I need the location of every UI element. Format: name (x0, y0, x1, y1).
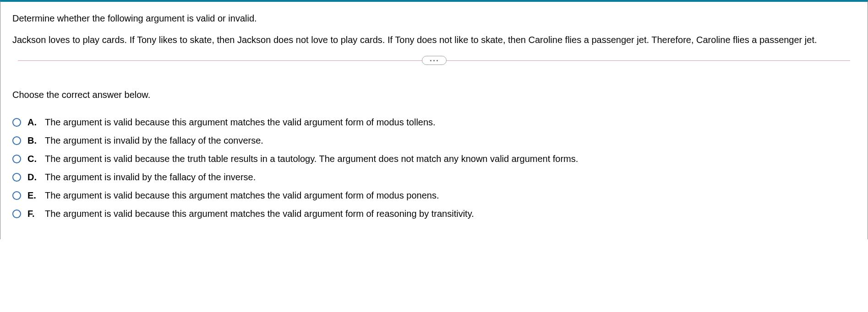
radio-option-f[interactable] (12, 210, 21, 218)
radio-option-a[interactable] (12, 118, 21, 127)
option-row: E. The argument is valid because this ar… (12, 189, 856, 202)
option-letter: C. (27, 152, 38, 165)
options-list: A. The argument is valid because this ar… (12, 116, 856, 220)
option-letter: F. (27, 207, 38, 220)
option-text: The argument is invalid by the fallacy o… (45, 134, 856, 147)
question-prompt: Determine whether the following argument… (12, 12, 856, 25)
option-row: D. The argument is invalid by the fallac… (12, 171, 856, 183)
option-text: The argument is valid because this argum… (45, 189, 856, 202)
option-letter: E. (27, 189, 38, 202)
separator (12, 55, 856, 66)
radio-option-c[interactable] (12, 155, 21, 163)
expand-button[interactable] (422, 56, 447, 65)
radio-option-d[interactable] (12, 173, 21, 182)
question-argument: Jackson loves to play cards. If Tony lik… (12, 33, 856, 47)
option-row: C. The argument is valid because the tru… (12, 152, 856, 165)
option-text: The argument is valid because this argum… (45, 116, 856, 129)
answer-block: Choose the correct answer below. A. The … (0, 90, 868, 239)
option-letter: A. (27, 116, 38, 129)
question-block: Determine whether the following argument… (0, 2, 868, 90)
option-text: The argument is valid because the truth … (45, 152, 856, 165)
option-row: A. The argument is valid because this ar… (12, 116, 856, 129)
option-letter: D. (27, 171, 38, 183)
question-page: Determine whether the following argument… (0, 0, 868, 239)
option-row: B. The argument is invalid by the fallac… (12, 134, 856, 147)
radio-option-b[interactable] (12, 136, 21, 145)
answer-prompt: Choose the correct answer below. (12, 90, 856, 100)
option-text: The argument is invalid by the fallacy o… (45, 171, 856, 183)
option-letter: B. (27, 134, 38, 147)
option-row: F. The argument is valid because this ar… (12, 207, 856, 220)
option-text: The argument is valid because this argum… (45, 207, 856, 220)
radio-option-e[interactable] (12, 191, 21, 200)
